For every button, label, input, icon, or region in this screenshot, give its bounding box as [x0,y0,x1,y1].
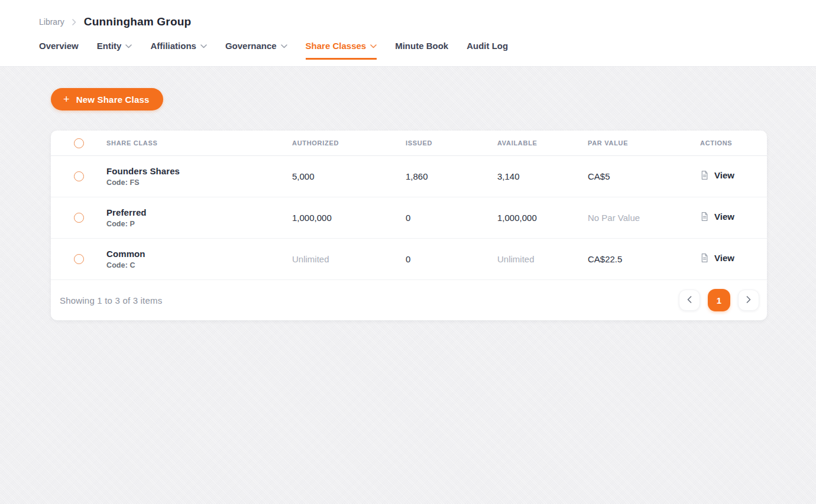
par-value: No Par Value [588,213,700,223]
actions-cell: View [700,170,767,183]
par-value: CA$5 [588,171,700,181]
items-summary: Showing 1 to 3 of 3 items [60,295,162,305]
share-class-cell: Preferred Code: P [106,207,292,228]
plus-icon: + [63,94,70,105]
tab-governance[interactable]: Governance [225,41,287,60]
share-class-cell: Common Code: C [106,249,292,269]
actions-cell: View [700,253,767,265]
tab-share-classes[interactable]: Share Classes [306,41,377,60]
issued-value: 1,860 [406,171,497,181]
tab-label: Overview [39,41,79,51]
column-header: AUTHORIZED [292,139,406,147]
share-class-code: Code: C [106,261,292,269]
share-class-code: Code: P [106,220,292,228]
tab-label: Entity [97,41,122,51]
new-share-class-label: New Share Class [76,95,150,105]
table-row: Common Code: C Unlimited 0 Unlimited CA$… [51,239,767,280]
next-page-button[interactable] [738,290,759,311]
tab-label: Audit Log [467,41,508,51]
chevron-down-icon [200,44,207,48]
document-icon [700,212,709,222]
chevron-down-icon [125,44,132,48]
column-header: ISSUED [406,139,497,147]
view-label: View [714,170,734,180]
row-select-radio[interactable] [74,254,84,264]
share-classes-card: SHARE CLASSAUTHORIZEDISSUEDAVAILABLEPAR … [51,131,767,320]
chevron-right-icon [746,296,751,305]
view-label: View [714,253,734,263]
column-header: SHARE CLASS [106,139,292,147]
share-class-name: Common [106,249,292,259]
tab-audit-log[interactable]: Audit Log [467,41,508,60]
pagination: 1 [679,289,759,311]
document-icon [700,253,709,263]
content: + New Share Class SHARE CLASSAUTHORIZEDI… [0,67,816,320]
document-icon [700,170,709,180]
tab-affiliations[interactable]: Affiliations [150,41,207,60]
available-value: Unlimited [497,254,588,264]
available-value: 3,140 [497,171,588,181]
share-class-name: Founders Shares [106,166,292,176]
breadcrumb-library-link[interactable]: Library [39,17,64,27]
chevron-down-icon [370,44,377,48]
view-link[interactable]: View [700,253,734,263]
issued-value: 0 [406,213,497,223]
page-header: Library Cunningham Group Overview Entity… [0,0,816,67]
row-select-cell [51,254,106,264]
breadcrumb: Library Cunningham Group [39,15,816,28]
chevron-left-icon [687,296,692,305]
authorized-value: Unlimited [292,254,406,264]
page-1-button[interactable]: 1 [708,289,730,311]
tab-overview[interactable]: Overview [39,41,79,60]
view-label: View [714,212,734,222]
share-class-name: Preferred [106,207,292,217]
table-row: Founders Shares Code: FS 5,000 1,860 3,1… [51,156,767,197]
row-select-cell [51,213,106,223]
tab-label: Minute Book [395,41,448,51]
select-all-cell [51,138,106,148]
actions-cell: View [700,212,767,224]
chevron-right-icon [72,19,76,25]
issued-value: 0 [406,254,497,264]
chevron-down-icon [281,44,287,48]
select-all-radio[interactable] [74,138,84,148]
share-class-cell: Founders Shares Code: FS [106,166,292,187]
table-header-row: SHARE CLASSAUTHORIZEDISSUEDAVAILABLEPAR … [51,131,767,156]
available-value: 1,000,000 [497,213,588,223]
view-link[interactable]: View [700,212,734,222]
tab-entity[interactable]: Entity [97,41,132,60]
authorized-value: 5,000 [292,171,406,181]
row-select-cell [51,171,106,181]
tab-label: Governance [225,41,277,51]
app: Library Cunningham Group Overview Entity… [0,0,816,320]
table-body: Founders Shares Code: FS 5,000 1,860 3,1… [51,156,767,280]
table-row: Preferred Code: P 1,000,000 0 1,000,000 … [51,197,767,239]
row-select-radio[interactable] [74,213,84,223]
tab-bar: Overview Entity Affiliations Governance … [39,41,816,60]
tab-minute-book[interactable]: Minute Book [395,41,448,60]
row-select-radio[interactable] [74,171,84,181]
table-footer: Showing 1 to 3 of 3 items 1 [51,280,767,320]
authorized-value: 1,000,000 [292,213,406,223]
tab-label: Affiliations [150,41,196,51]
page-title: Cunningham Group [84,15,192,28]
tab-label: Share Classes [306,41,367,51]
new-share-class-button[interactable]: + New Share Class [51,88,163,110]
column-header: ACTIONS [700,139,767,147]
par-value: CA$22.5 [588,254,700,264]
prev-page-button[interactable] [679,290,700,311]
column-header: PAR VALUE [588,139,700,147]
view-link[interactable]: View [700,170,734,180]
share-class-code: Code: FS [106,178,292,187]
column-header: AVAILABLE [497,139,588,147]
